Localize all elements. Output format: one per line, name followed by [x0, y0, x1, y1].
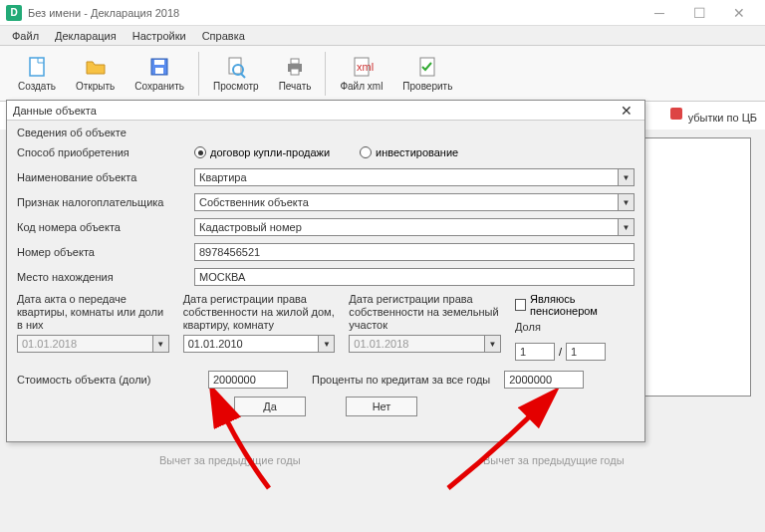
yes-button[interactable]: Да [234, 397, 306, 416]
svg-rect-3 [155, 68, 163, 74]
toolbar: Создать Открыть Сохранить Просмотр Печат… [0, 46, 765, 102]
pensioner-checkbox[interactable]: Являюсь пенсионером [515, 293, 635, 317]
preview-icon [224, 55, 248, 79]
object-name-combo[interactable]: Квартира ▼ [194, 168, 635, 186]
prev-deduction-label-2: Вычет за предыдущие годы [483, 454, 625, 466]
dialog-object-data: Данные объекта ✕ Сведения об объекте Спо… [6, 100, 645, 442]
view-button[interactable]: Просмотр [203, 49, 269, 99]
menu-settings[interactable]: Настройки [125, 28, 194, 44]
no-button[interactable]: Нет [346, 397, 417, 416]
tab-item[interactable]: убытки по ЦБ [668, 106, 757, 124]
radio-icon [194, 146, 206, 158]
check-button[interactable]: Проверить [392, 49, 462, 99]
minimize-button[interactable]: ─ [639, 0, 679, 26]
radio-contract[interactable]: договор купли-продажи [194, 146, 330, 158]
check-icon [415, 55, 439, 79]
svg-line-6 [241, 74, 245, 78]
svg-rect-9 [291, 69, 299, 75]
share-numerator-input[interactable]: 1 [515, 343, 555, 361]
section-label: Сведения об объекте [17, 127, 635, 138]
acquisition-label: Способ приобретения [17, 146, 194, 158]
percent-input[interactable]: 2000000 [504, 371, 584, 389]
menubar: Файл Декларация Настройки Справка [0, 26, 765, 46]
date-reg-input[interactable]: 01.01.2010 ▼ [183, 335, 336, 353]
chevron-down-icon: ▼ [618, 194, 634, 210]
svg-rect-8 [291, 59, 299, 64]
svg-rect-2 [154, 60, 164, 65]
save-icon [147, 55, 171, 79]
xml-button[interactable]: xml Файл xml [330, 49, 392, 99]
window-title: Без имени - Декларация 2018 [28, 7, 639, 19]
cost-label: Стоимость объекта (доли) [17, 374, 194, 386]
share-denominator-input[interactable]: 1 [566, 343, 606, 361]
radio-icon [360, 146, 372, 158]
svg-text:xml: xml [357, 61, 374, 73]
chevron-down-icon: ▼ [618, 219, 634, 235]
folder-open-icon [84, 55, 108, 79]
xml-file-icon: xml [350, 55, 374, 79]
dialog-titlebar: Данные объекта ✕ [7, 101, 644, 121]
codenum-label: Код номера объекта [17, 221, 194, 233]
chevron-down-icon: ▼ [618, 169, 634, 185]
dialog-title: Данные объекта [13, 105, 615, 117]
percent-label: Проценты по кредитам за все годы [312, 374, 490, 386]
print-button[interactable]: Печать [269, 49, 322, 99]
maximize-button[interactable]: ☐ [679, 0, 719, 26]
menu-file[interactable]: Файл [4, 28, 47, 44]
taxpayer-label: Признак налогоплательщика [17, 196, 194, 208]
toolbar-separator [325, 52, 326, 96]
chevron-down-icon: ▼ [152, 336, 168, 352]
object-name-label: Наименование объекта [17, 171, 194, 183]
checkbox-icon [515, 299, 526, 311]
dialog-close-button[interactable]: ✕ [615, 103, 638, 119]
date-land-label: Дата регистрации права собственности на … [349, 293, 501, 335]
titlebar: D Без имени - Декларация 2018 ─ ☐ ✕ [0, 0, 765, 26]
app-logo: D [6, 5, 22, 21]
printer-icon [283, 55, 307, 79]
toolbar-separator [198, 52, 199, 96]
date-land-input[interactable]: 01.01.2018 ▼ [349, 335, 501, 353]
prev-deduction-label: Вычет за предыдущие годы [159, 454, 301, 466]
location-input[interactable]: МОСКВА [194, 268, 635, 286]
date-act-input[interactable]: 01.01.2018 ▼ [17, 335, 169, 353]
codenum-combo[interactable]: Кадастровый номер ▼ [194, 218, 635, 236]
menu-declaration[interactable]: Декларация [47, 28, 125, 44]
location-label: Место нахождения [17, 271, 194, 283]
open-button[interactable]: Открыть [66, 49, 125, 99]
date-act-label: Дата акта о передаче квартиры, комнаты и… [17, 293, 169, 335]
svg-rect-16 [670, 108, 682, 120]
menu-help[interactable]: Справка [194, 28, 253, 44]
objnum-input[interactable]: 8978456521 [194, 243, 635, 261]
close-button[interactable]: ✕ [719, 0, 759, 26]
taxpayer-combo[interactable]: Собственник объекта ▼ [194, 193, 635, 211]
svg-rect-0 [30, 58, 44, 76]
objnum-label: Номер объекта [17, 246, 194, 258]
share-label: Доля [515, 321, 635, 343]
save-button[interactable]: Сохранить [125, 49, 194, 99]
date-reg-label: Дата регистрации права собственности на … [183, 293, 336, 335]
chevron-down-icon: ▼ [318, 336, 334, 352]
new-file-icon [25, 55, 49, 79]
cost-input[interactable]: 2000000 [208, 371, 288, 389]
chevron-down-icon: ▼ [484, 336, 500, 352]
radio-invest[interactable]: инвестирование [360, 146, 458, 158]
create-button[interactable]: Создать [8, 49, 66, 99]
